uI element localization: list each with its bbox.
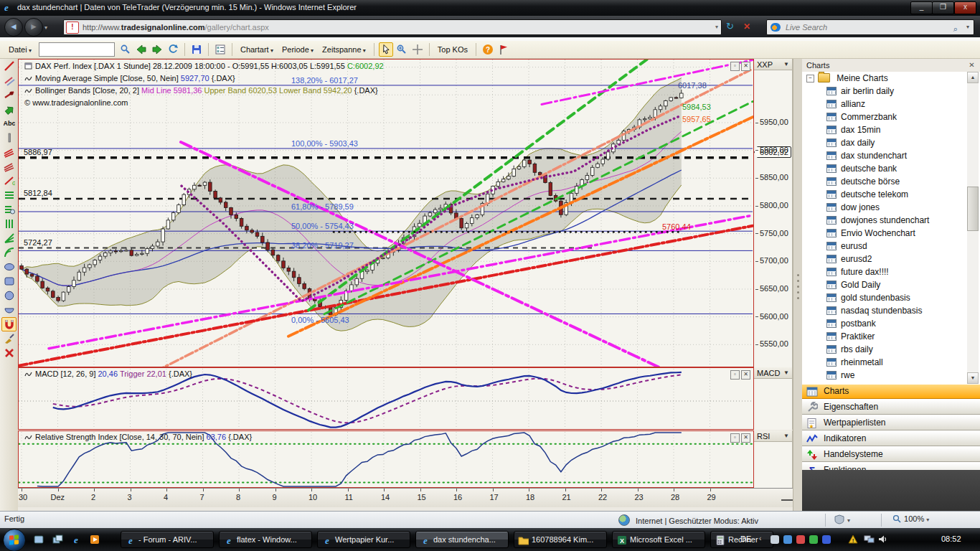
tray-flower-icon[interactable] (796, 535, 805, 544)
scroll-thumb[interactable] (967, 187, 979, 231)
tree-item-postbank[interactable]: postbank (802, 317, 967, 330)
tree-item-envio-wochenchart[interactable]: Envio Wochenchart (802, 227, 967, 240)
tree-item-eurusd2[interactable]: eurusd2 (802, 253, 967, 265)
sidebar-button-wertpapierlisten[interactable]: Wertpapierlisten★ (802, 415, 980, 430)
forward-icon[interactable] (150, 42, 164, 57)
address-bar[interactable]: ! http://www.tradesignalonline.com/galle… (63, 19, 722, 35)
tree-item-air-berlin-daily[interactable]: air berlin daily (802, 85, 967, 98)
tree-item-eurusd[interactable]: eurusd (802, 240, 967, 253)
panel-restore-icon[interactable]: ▫ (730, 62, 740, 71)
sidebar-close-icon[interactable]: ✕ (967, 60, 976, 70)
price-scale-header[interactable]: XXP▼ (754, 59, 792, 70)
panel-restore-icon[interactable]: ▫ (730, 370, 740, 380)
taskbar-clock[interactable]: 08:52 (941, 534, 961, 543)
panel-splitter[interactable] (793, 59, 803, 511)
tree-item-deutsche-telekom[interactable]: deutsche telekom (802, 188, 967, 201)
delete-tool-icon[interactable] (1, 346, 17, 360)
chartart-menu[interactable]: Chartart ▾ (236, 44, 278, 56)
arc-tool-icon[interactable] (1, 303, 17, 317)
periode-menu[interactable]: Periode ▾ (278, 44, 318, 56)
trendline-icon[interactable] (1, 59, 17, 73)
start-button[interactable] (3, 529, 26, 551)
tree-item-allianz[interactable]: allianz (802, 98, 967, 110)
sidebar-scrollbar[interactable]: ▲ ▼ (967, 72, 979, 384)
tree-item-dow-jones[interactable]: dow jones (802, 201, 967, 214)
tree-item-deutsche-bank[interactable]: deutsche bank (802, 162, 967, 175)
tree-item-gold-daily[interactable]: Gold Daily (802, 278, 967, 291)
circle-tool-icon[interactable] (1, 288, 17, 303)
tree-item-future-dax-[interactable]: future dax!!!! (802, 265, 967, 278)
fib-timezone-icon[interactable] (1, 202, 17, 217)
fan-lines-icon[interactable] (1, 159, 17, 174)
text-tool-icon[interactable]: Abc (1, 116, 17, 131)
media-player-icon[interactable] (88, 532, 102, 547)
symbol-input[interactable] (39, 42, 115, 57)
search-go-icon[interactable]: ⌕ (953, 22, 958, 36)
search-icon[interactable] (118, 42, 133, 57)
price-scale[interactable]: XXP▼ 6002,92 5950,005900,005850,005800,0… (754, 59, 793, 367)
tree-item-rwe[interactable]: rwe (802, 369, 967, 382)
minimize-button[interactable]: _ (910, 1, 933, 14)
fib-arcs-icon[interactable] (1, 245, 17, 260)
macd-panel[interactable]: MACD [12, 26, 9] 20,46 Trigger 22,01 {.D… (18, 367, 754, 430)
switch-windows-icon[interactable] (50, 532, 65, 547)
tree-item-gold-stundenbasis[interactable]: gold stundenbasis (802, 291, 967, 304)
show-desktop-icon[interactable] (32, 532, 46, 547)
zeitspanne-menu[interactable]: Zeitspanne ▾ (318, 44, 370, 56)
ie-icon[interactable]: e (69, 532, 83, 547)
zoom-button[interactable]: 100% ▾ (892, 514, 929, 524)
tree-item-nasdaq-stundenbasis[interactable]: nasdaq stundenbasis (802, 304, 967, 317)
taskbar-item-wertpapier[interactable]: Wertpapier Kur...e (317, 531, 410, 548)
tray-clock-icon[interactable] (771, 535, 779, 544)
macd-scale-header[interactable]: MACD▼ (754, 367, 792, 379)
tree-item-dax-stundenchart[interactable]: dax stundenchart (802, 149, 967, 162)
paint-tool-icon[interactable] (1, 331, 17, 346)
protected-mode-button[interactable]: ▾ (834, 514, 850, 524)
forward-button[interactable]: ► (24, 18, 43, 37)
tree-item-dax-15min[interactable]: dax 15min (802, 123, 967, 136)
zoom-tool-icon[interactable] (395, 42, 409, 57)
taskbar-item-dax[interactable]: dax stundencha...e (415, 531, 509, 548)
stop-button[interactable]: ✕ (743, 21, 755, 32)
fib-retracement-icon[interactable] (1, 188, 17, 202)
panel-close-icon[interactable]: ✕ (741, 62, 750, 71)
tree-item-rheinmetall[interactable]: rheinmetall (802, 356, 967, 369)
back-icon[interactable] (134, 42, 149, 57)
vertical-line-icon[interactable] (1, 131, 17, 145)
back-button[interactable]: ◄ (4, 18, 23, 37)
top-kos-button[interactable]: Top KOs (433, 44, 472, 55)
rsi-panel[interactable]: Relative Strength Index [Close, 14, 30, … (18, 430, 754, 488)
tray-update-icon[interactable] (809, 535, 818, 544)
arrow-tool-icon[interactable] (1, 102, 17, 116)
tray-user-icon[interactable] (783, 535, 792, 544)
panel-close-icon[interactable]: ✕ (741, 433, 750, 443)
language-indicator[interactable]: DE (740, 534, 751, 543)
tree-item-dax-daily[interactable]: dax daily (802, 136, 967, 149)
taskbar-item-excel[interactable]: Microsoft Excel ...X (612, 531, 705, 548)
datei-menu[interactable]: Datei ▾ (4, 44, 36, 56)
maximize-button[interactable]: ❐ (932, 1, 954, 14)
main-chart-panel[interactable]: DAX Perf. Index [.DAX 1 Stunde] 28.12.20… (18, 59, 754, 367)
fib-vlines-icon[interactable] (1, 217, 17, 231)
history-dropdown[interactable]: ▾ (44, 24, 47, 31)
refresh-icon[interactable] (166, 42, 180, 57)
search-options-icon[interactable]: ▾ (966, 20, 969, 34)
sidebar-button-eigenschaften[interactable]: Eigenschaften (802, 400, 980, 415)
tray-display-icon[interactable] (822, 535, 831, 544)
stop-line-icon[interactable] (1, 88, 17, 102)
gann-fan-icon[interactable] (1, 231, 17, 245)
tray-volume-icon[interactable] (878, 534, 888, 545)
tree-item-commerzbank[interactable]: Commerzbank (802, 110, 967, 123)
parallel-lines-icon[interactable] (1, 73, 17, 88)
close-button[interactable]: x (954, 1, 976, 14)
cursor-tool-icon[interactable] (379, 42, 393, 57)
macd-scale[interactable]: MACD▼ 20,46 0,00 (754, 367, 793, 430)
tree-root-meine-charts[interactable]: − Meine Charts (802, 72, 967, 85)
rectangle-tool-icon[interactable] (1, 274, 17, 288)
magnet-tool-icon[interactable] (1, 317, 17, 331)
rsi-scale-header[interactable]: RSI▼ (754, 430, 792, 442)
tree-expander-icon[interactable]: − (806, 75, 814, 83)
tree-item-dowjones-stundenchart[interactable]: dowjones stundenchart (802, 214, 967, 227)
crosshair-tool-icon[interactable] (410, 42, 425, 57)
address-dropdown-icon[interactable]: ▾ (715, 20, 718, 34)
